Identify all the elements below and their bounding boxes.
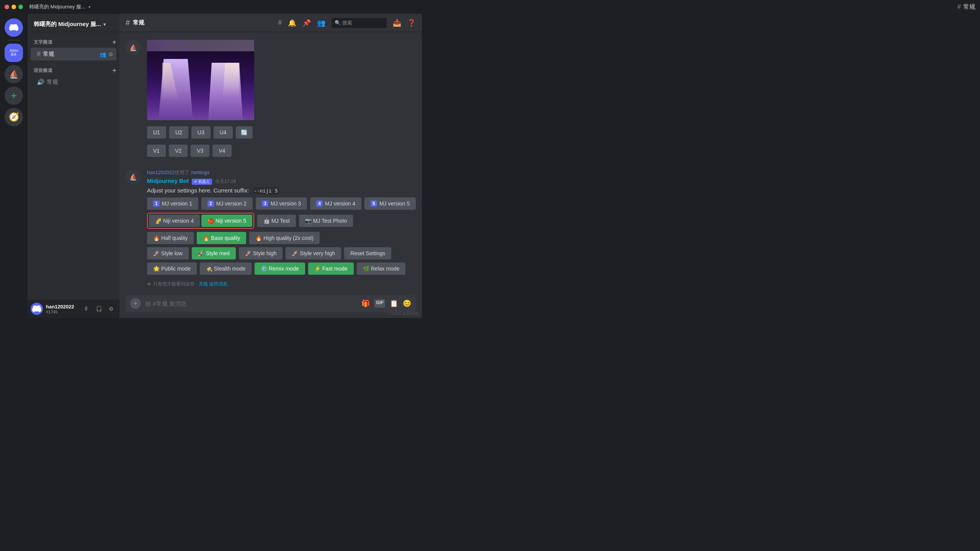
style-buttons-row: 🚀 Style low 🚀 Style med 🚀 Style high 🚀 S… — [147, 247, 416, 259]
variation-v4-button[interactable]: V4 — [212, 145, 231, 157]
server-icon-sailboat[interactable]: ⛵ — [5, 65, 23, 83]
remix-mode-button[interactable]: ⚙️ Remix mode — [255, 262, 305, 275]
hash-icon: # — [957, 3, 961, 10]
command-ref: han1202022使用了 /settings — [147, 169, 416, 176]
quality-buttons-row: 🔥 Half quality 🔥 Base quality 🔥 High qua… — [147, 232, 416, 244]
mj-version-3-button[interactable]: 3 MJ version 3 — [256, 197, 307, 210]
mj-test-button[interactable]: 🤖 MJ Test — [257, 215, 296, 227]
explore-server-button[interactable]: 🧭 — [5, 108, 23, 126]
members-icon: 👥 — [100, 51, 106, 57]
niji-test-row: 🌈 Niji version 4 🍎 Niji version 5 🤖 MJ T… — [147, 213, 416, 229]
public-mode-button[interactable]: 🌟 Public mode — [147, 262, 197, 275]
add-server-button[interactable]: + — [5, 86, 23, 105]
server-icon-discord[interactable] — [5, 18, 23, 37]
suffix-code: --niji 5 — [252, 187, 279, 194]
server-icon-purple[interactable]: 亮的M服务 — [5, 44, 23, 62]
channel-name-title: 常规 — [963, 3, 975, 11]
close-button[interactable] — [5, 5, 9, 9]
settings-icon[interactable]: ⚙ — [106, 303, 116, 314]
mj-version-2-button[interactable]: 2 MJ version 2 — [201, 197, 253, 210]
top-bar-right: # 🔔 📌 👥 🔍 搜索 📥 ❓ — [278, 18, 416, 28]
dismiss-link[interactable]: 无视 这些消息。 — [199, 281, 232, 287]
variation-v2-button[interactable]: V2 — [169, 145, 188, 157]
avatar — [31, 303, 43, 315]
mj-version-4-button[interactable]: 4 MJ version 4 — [310, 197, 361, 210]
search-icon: 🔍 — [335, 20, 341, 26]
relax-mode-button[interactable]: 🌿 Relax mode — [357, 262, 406, 275]
mj-version-5-button[interactable]: 5 MJ version 5 — [364, 197, 416, 210]
style-high-button[interactable]: 🚀 Style high — [239, 247, 283, 259]
upscale-u2-button[interactable]: U2 — [169, 126, 188, 139]
niji-border-group: 🌈 Niji version 4 🍎 Niji version 5 — [147, 213, 254, 229]
threads-icon[interactable]: # — [278, 19, 282, 27]
top-bar: # 常规 # 🔔 📌 👥 🔍 搜索 📥 ❓ — [119, 14, 422, 32]
eye-icon: 👁 — [147, 282, 152, 287]
main-content: # 常规 # 🔔 📌 👥 🔍 搜索 📥 ❓ ⛵ — [119, 14, 422, 318]
emoji-icon[interactable]: 😊 — [403, 299, 411, 308]
chat-input[interactable] — [145, 300, 357, 307]
inbox-icon[interactable]: 📥 — [393, 19, 401, 27]
niji-version-5-button[interactable]: 🍎 Niji version 5 — [201, 215, 252, 227]
bell-icon[interactable]: 🔔 — [288, 19, 296, 27]
channel-item-text-general[interactable]: # 常规 👥 ⚙ — [31, 48, 116, 60]
variation-v1-button[interactable]: V1 — [147, 145, 166, 157]
variation-v3-button[interactable]: V3 — [191, 145, 209, 157]
chat-input-wrapper: + 🎁 GIF 📋 😊 — [126, 295, 416, 312]
minimize-button[interactable] — [11, 5, 16, 9]
channel-header: # 常规 — [126, 18, 144, 27]
channel-name: 常规 — [133, 19, 144, 26]
channel-item-voice-general[interactable]: 🔊 常规 — [31, 76, 116, 88]
server-divider — [8, 40, 20, 41]
chat-input-area: + 🎁 GIF 📋 😊 — [119, 295, 422, 318]
maximize-button[interactable] — [18, 5, 23, 9]
sidebar-header[interactable]: 韩曙亮的 Midjourney 服... ▾ — [28, 14, 119, 32]
add-attachment-button[interactable]: + — [130, 298, 141, 309]
base-quality-button[interactable]: 🔥 Base quality — [197, 232, 246, 244]
stealth-mode-button[interactable]: 🕵 Stealth mode — [200, 262, 252, 275]
high-quality-button[interactable]: 🔥 High quality (2x cost) — [249, 232, 320, 244]
gif-icon[interactable]: GIF — [374, 299, 385, 308]
add-text-channel-button[interactable]: + — [112, 38, 116, 46]
message-time: 今天17:19 — [215, 178, 236, 185]
add-voice-channel-button[interactable]: + — [112, 67, 116, 75]
mj-version-1-button[interactable]: 1 MJ version 1 — [147, 197, 198, 210]
half-quality-button[interactable]: 🔥 Half quality — [147, 232, 194, 244]
user-area: han1202022 #1745 🎙 🎧 ⚙ — [28, 300, 119, 318]
mic-icon[interactable]: 🎙 — [81, 303, 92, 314]
upscale-u1-button[interactable]: U1 — [147, 126, 166, 139]
version-buttons-row: 1 MJ version 1 2 MJ version 2 3 MJ versi… — [147, 197, 416, 210]
midjourney-bot-avatar: ⛵ — [126, 169, 141, 184]
upscale-u3-button[interactable]: U3 — [191, 126, 211, 139]
settings-message-group: ⛵ han1202022使用了 /settings Midjourney Bot… — [119, 168, 422, 289]
mj-test-photo-button[interactable]: 📷 MJ Test Photo — [299, 215, 353, 227]
niji-version-4-button[interactable]: 🌈 Niji version 4 — [149, 215, 200, 227]
reset-settings-button[interactable]: Reset Settings — [344, 247, 391, 259]
chevron-down-icon: ▾ — [88, 5, 91, 10]
traffic-lights — [5, 5, 23, 9]
text-channels-section: 文字频道 + — [28, 32, 119, 48]
style-med-button[interactable]: 🚀 Style med — [192, 247, 236, 259]
title-bar: 韩曙亮的 Midjourney 服... ▾ # 常规 — [0, 0, 980, 14]
pin-icon[interactable]: 📌 — [302, 19, 311, 27]
help-icon[interactable]: ❓ — [407, 19, 416, 27]
fast-mode-button[interactable]: ⚡ Fast mode — [308, 262, 354, 275]
generated-image — [147, 40, 254, 120]
style-very-high-button[interactable]: 🚀 Style very high — [286, 247, 341, 259]
mode-buttons-row: 🌟 Public mode 🕵 Stealth mode ⚙️ Remix mo… — [147, 262, 416, 275]
chevron-icon: ▾ — [103, 22, 106, 27]
headphone-icon[interactable]: 🎧 — [93, 303, 104, 314]
messages-area: ⛵ — [119, 32, 422, 295]
search-bar[interactable]: 🔍 搜索 — [332, 18, 387, 28]
members-icon[interactable]: 👥 — [317, 19, 325, 27]
hash-icon: # — [37, 50, 41, 58]
gift-icon[interactable]: 🎁 — [361, 299, 370, 308]
upscale-u4-button[interactable]: U4 — [214, 126, 233, 139]
server-name-title: 韩曙亮的 Midjourney 服... — [29, 3, 85, 10]
user-tag: #1745 — [46, 310, 78, 314]
server-sidebar: 亮的M服务 ⛵ + 🧭 — [0, 14, 28, 318]
gear-icon: ⚙ — [108, 51, 113, 57]
sticker-icon[interactable]: 📋 — [390, 299, 398, 308]
style-low-button[interactable]: 🚀 Style low — [147, 247, 189, 259]
refresh-button[interactable]: 🔄 — [236, 126, 253, 139]
image-placeholder — [147, 40, 254, 120]
